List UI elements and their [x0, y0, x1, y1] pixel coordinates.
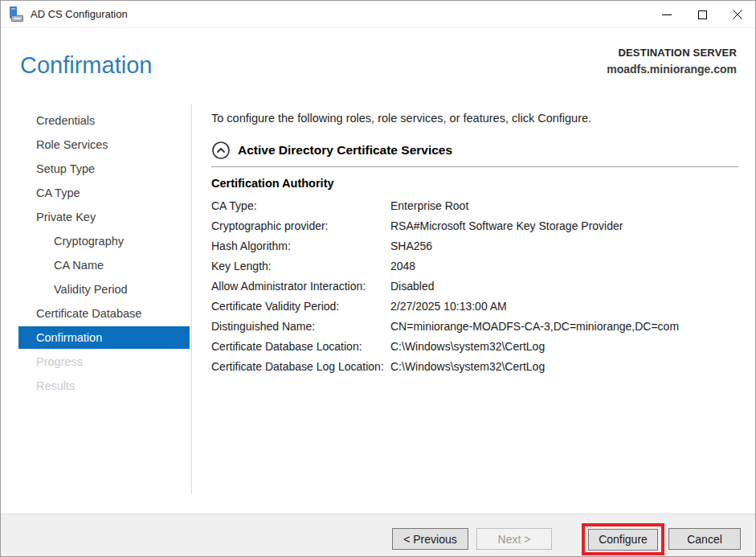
detail-row-distinguished-name: Distinguished Name: CN=miniorange-MOADFS…: [211, 317, 738, 338]
minimize-icon: [662, 14, 672, 15]
detail-row-validity-period: Certificate Validity Period: 2/27/2025 1…: [211, 297, 738, 317]
sidebar-item-role-services[interactable]: Role Services: [18, 133, 190, 156]
detail-label: Hash Algorithm:: [211, 237, 390, 253]
detail-row-cryptographic-provider: Cryptographic provider: RSA#Microsoft So…: [211, 217, 738, 237]
detail-value: Enterprise Root: [390, 197, 738, 213]
page-title: Confirmation: [20, 52, 152, 79]
detail-value: SHA256: [390, 237, 738, 253]
detail-row-ca-type: CA Type: Enterprise Root: [211, 197, 738, 217]
detail-label: Key Length:: [211, 257, 390, 273]
detail-row-key-length: Key Length: 2048: [211, 257, 738, 277]
highlight-annotation: Configure: [582, 523, 664, 555]
detail-row-admin-interaction: Allow Administrator Interaction: Disable…: [211, 277, 738, 297]
detail-value: RSA#Microsoft Software Key Storage Provi…: [390, 217, 738, 233]
sidebar-item-private-key[interactable]: Private Key: [18, 206, 190, 228]
detail-label: Allow Administrator Interaction:: [211, 277, 390, 293]
detail-label: Distinguished Name:: [211, 317, 390, 334]
close-icon: [732, 9, 743, 20]
window-title: AD CS Configuration: [31, 8, 128, 20]
intro-text: To configure the following roles, role s…: [211, 112, 738, 125]
confirmation-content: To configure the following roles, role s…: [211, 112, 738, 125]
sidebar-item-certificate-database[interactable]: Certificate Database: [18, 302, 190, 325]
collapse-section-button[interactable]: [211, 141, 231, 160]
sidebar-divider: [191, 104, 192, 494]
details-list: CA Type: Enterprise Root Cryptographic p…: [211, 197, 738, 378]
detail-label: Cryptographic provider:: [211, 217, 390, 233]
sidebar-item-progress: Progress: [18, 350, 190, 373]
detail-value: CN=miniorange-MOADFS-CA-3,DC=miniorange,…: [390, 317, 738, 334]
detail-value: 2/27/2025 10:13:00 AM: [390, 297, 738, 313]
next-button: Next >: [476, 528, 552, 550]
server-manager-icon: [8, 6, 24, 23]
detail-value: C:\Windows\system32\CertLog: [390, 338, 738, 354]
maximize-icon: [698, 10, 707, 19]
chevron-up-circle-icon: [211, 141, 231, 160]
sidebar-item-confirmation[interactable]: Confirmation: [18, 326, 190, 349]
caption-buttons: [649, 1, 755, 28]
detail-value: 2048: [390, 257, 738, 273]
detail-value: C:\Windows\system32\CertLog: [390, 358, 738, 374]
wizard-footer: < Previous Next > Configure Cancel: [1, 514, 755, 556]
destination-server-block: DESTINATION SERVER moadfs.miniorange.com: [607, 47, 737, 76]
destination-server-name: moadfs.miniorange.com: [607, 63, 737, 76]
sidebar-item-ca-type[interactable]: CA Type: [18, 182, 190, 204]
sidebar-item-setup-type[interactable]: Setup Type: [18, 158, 190, 180]
maximize-button[interactable]: [684, 1, 720, 28]
adcs-section-header: Active Directory Certificate Services: [211, 141, 452, 160]
detail-row-database-location: Certificate Database Location: C:\Window…: [211, 338, 738, 358]
wizard-steps-sidebar: Credentials Role Services Setup Type CA …: [1, 109, 191, 399]
sidebar-item-validity-period[interactable]: Validity Period: [18, 278, 190, 301]
section-rule: [211, 166, 738, 167]
detail-value: Disabled: [390, 277, 738, 293]
adcs-configuration-window: AD CS Configuration Confirmation DESTINA…: [0, 0, 756, 557]
adcs-section-title: Active Directory Certificate Services: [238, 143, 452, 158]
detail-row-hash-algorithm: Hash Algorithm: SHA256: [211, 237, 738, 257]
sidebar-item-results: Results: [18, 375, 190, 397]
sidebar-item-cryptography[interactable]: Cryptography: [18, 230, 190, 252]
detail-label: CA Type:: [211, 197, 390, 213]
minimize-button[interactable]: [649, 1, 684, 28]
cancel-button[interactable]: Cancel: [668, 528, 741, 550]
close-button[interactable]: [720, 1, 755, 28]
destination-server-label: DESTINATION SERVER: [607, 47, 737, 59]
title-bar: AD CS Configuration: [1, 1, 755, 28]
detail-label: Certificate Database Log Location:: [211, 358, 390, 374]
detail-label: Certificate Database Location:: [211, 338, 390, 354]
sidebar-item-ca-name[interactable]: CA Name: [18, 254, 190, 276]
certification-authority-group-title: Certification Authority: [211, 177, 334, 190]
configure-button[interactable]: Configure: [588, 529, 658, 551]
previous-button[interactable]: < Previous: [392, 528, 468, 550]
sidebar-item-credentials[interactable]: Credentials: [18, 109, 190, 132]
detail-row-database-log-location: Certificate Database Log Location: C:\Wi…: [211, 358, 738, 378]
detail-label: Certificate Validity Period:: [211, 297, 390, 313]
